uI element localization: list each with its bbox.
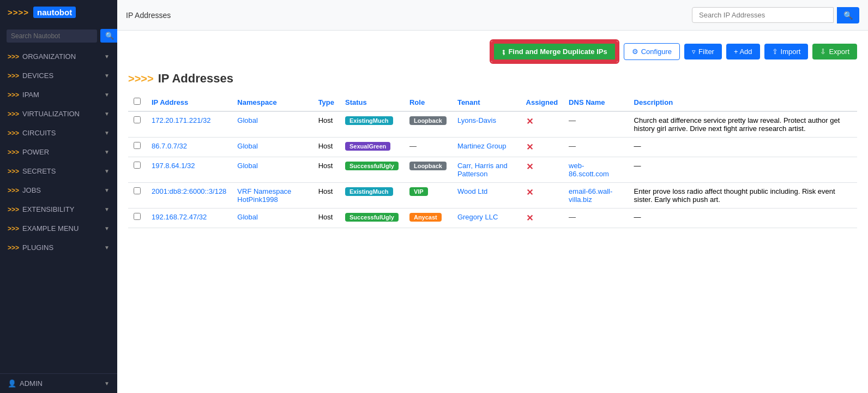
type-cell: Host bbox=[313, 111, 340, 138]
tenant-link[interactable]: Lyons-Davis bbox=[457, 116, 496, 124]
ip-search-button[interactable]: 🔍 bbox=[837, 7, 859, 23]
sidebar-item-secrets[interactable]: >>>SECRETS▼ bbox=[0, 162, 117, 181]
namespace-link[interactable]: Global bbox=[237, 142, 258, 150]
sidebar-item-label: PLUGINS bbox=[22, 243, 53, 252]
content-area: ⨟ Find and Merge Duplicate IPs ⚙ Configu… bbox=[117, 31, 868, 393]
filter-button[interactable]: ▿ Filter bbox=[684, 44, 722, 59]
sidebar-item-jobs[interactable]: >>>JOBS▼ bbox=[0, 181, 117, 200]
status-cell: SexualGreen bbox=[340, 138, 404, 157]
sidebar-item-label: CIRCUITS bbox=[22, 129, 56, 137]
tenant-link[interactable]: Carr, Harris and Patterson bbox=[457, 162, 508, 178]
namespace-link[interactable]: Global bbox=[237, 162, 258, 170]
col-type[interactable]: Type bbox=[313, 93, 340, 111]
row-checkbox[interactable] bbox=[134, 142, 141, 149]
row-checkbox-cell[interactable] bbox=[128, 157, 146, 183]
col-dns-name[interactable]: DNS Name bbox=[563, 93, 628, 111]
add-button[interactable]: + Add bbox=[726, 44, 760, 59]
sidebar-item-power[interactable]: >>>POWER▼ bbox=[0, 142, 117, 162]
row-checkbox[interactable] bbox=[134, 213, 141, 220]
row-checkbox[interactable] bbox=[134, 187, 141, 194]
ip-address-link[interactable]: 197.8.64.1/32 bbox=[152, 162, 195, 170]
select-all-header[interactable] bbox=[128, 93, 146, 111]
nav-caret-icon: ▼ bbox=[104, 245, 110, 251]
tenant-link[interactable]: Gregory LLC bbox=[457, 213, 498, 221]
row-checkbox-cell[interactable] bbox=[128, 111, 146, 138]
namespace-link[interactable]: Global bbox=[237, 213, 258, 221]
table-row: 197.8.64.1/32 Global Host SuccessfulUgly… bbox=[128, 157, 857, 183]
nautobot-search-input[interactable] bbox=[7, 29, 97, 43]
sidebar-item-example-menu[interactable]: >>>EXAMPLE MENU▼ bbox=[0, 219, 117, 238]
role-cell: Anycast bbox=[404, 209, 452, 228]
page-title: >>>> IP Addresses bbox=[128, 72, 857, 86]
col-role[interactable]: Role bbox=[404, 93, 452, 111]
row-checkbox[interactable] bbox=[134, 162, 141, 169]
nav-caret-icon: ▼ bbox=[104, 168, 110, 174]
description-cell: Church eat difference service pretty law… bbox=[629, 111, 857, 138]
col-tenant[interactable]: Tenant bbox=[452, 93, 521, 111]
top-header: IP Addresses 🔍 bbox=[117, 0, 868, 31]
status-cell: SuccessfulUgly bbox=[340, 209, 404, 228]
sidebar: >>>> nautobot 🔍 >>>ORGANIZATION▼>>>DEVIC… bbox=[0, 0, 117, 393]
sidebar-item-organization[interactable]: >>>ORGANIZATION▼ bbox=[0, 47, 117, 66]
ip-address-link[interactable]: 172.20.171.221/32 bbox=[152, 116, 210, 124]
ip-address-link[interactable]: 86.7.0.7/32 bbox=[152, 142, 187, 150]
nav-arrows-icon: >>> bbox=[8, 244, 19, 252]
tenant-link[interactable]: Martinez Group bbox=[457, 142, 507, 150]
nav-caret-icon: ▼ bbox=[104, 130, 110, 136]
ip-addresses-table: IP Address Namespace Type Status Role Te… bbox=[128, 93, 857, 228]
assigned-cell: ✕ bbox=[521, 183, 564, 209]
admin-caret-icon: ▼ bbox=[104, 380, 110, 386]
sidebar-item-devices[interactable]: >>>DEVICES▼ bbox=[0, 66, 117, 85]
sidebar-item-circuits[interactable]: >>>CIRCUITS▼ bbox=[0, 123, 117, 142]
row-checkbox-cell[interactable] bbox=[128, 138, 146, 157]
nav-arrows-icon: >>> bbox=[8, 91, 19, 99]
ip-search-input[interactable] bbox=[692, 7, 834, 23]
sidebar-item-admin-label: ADMIN bbox=[20, 379, 43, 388]
nautobot-search-button[interactable]: 🔍 bbox=[100, 29, 117, 43]
sidebar-item-ipam[interactable]: >>>IPAM▼ bbox=[0, 85, 117, 104]
sidebar-item-label: ORGANIZATION bbox=[22, 52, 76, 61]
col-namespace[interactable]: Namespace bbox=[232, 93, 312, 111]
role-badge: Loopback bbox=[409, 162, 447, 170]
top-search-area: 🔍 bbox=[692, 7, 859, 23]
nav-arrows-icon: >>> bbox=[8, 225, 19, 233]
row-checkbox-cell[interactable] bbox=[128, 209, 146, 228]
dns-name-link[interactable]: web-86.scott.com bbox=[569, 162, 609, 178]
status-badge: ExistingMuch bbox=[345, 116, 393, 125]
nav-caret-icon: ▼ bbox=[104, 92, 110, 98]
configure-button[interactable]: ⚙ Configure bbox=[624, 43, 680, 60]
ip-address-link[interactable]: 2001:db8:2:6000::3/128 bbox=[152, 187, 226, 195]
import-button[interactable]: ⇧ Import bbox=[764, 44, 809, 59]
row-checkbox-cell[interactable] bbox=[128, 183, 146, 209]
nautobot-search-container: 🔍 bbox=[0, 25, 117, 47]
description-cell: — bbox=[629, 209, 857, 228]
select-all-checkbox[interactable] bbox=[134, 98, 141, 105]
col-assigned[interactable]: Assigned bbox=[521, 93, 564, 111]
dns-name-cell: — bbox=[563, 138, 628, 157]
namespace-link[interactable]: VRF Namespace HotPink1998 bbox=[237, 187, 291, 204]
col-ip-address[interactable]: IP Address bbox=[146, 93, 232, 111]
import-icon: ⇧ bbox=[772, 47, 778, 56]
assigned-cell: ✕ bbox=[521, 138, 564, 157]
ip-address-link[interactable]: 192.168.72.47/32 bbox=[152, 213, 207, 221]
row-checkbox[interactable] bbox=[134, 116, 141, 123]
export-button[interactable]: ⇩ Export bbox=[812, 44, 857, 59]
tenant-link[interactable]: Wood Ltd bbox=[457, 187, 487, 195]
col-description[interactable]: Description bbox=[629, 93, 857, 111]
description-cell: — bbox=[629, 138, 857, 157]
find-merge-button[interactable]: ⨟ Find and Merge Duplicate IPs bbox=[492, 42, 616, 61]
status-badge: ExistingMuch bbox=[345, 187, 393, 196]
sidebar-item-admin[interactable]: 👤 ADMIN ▼ bbox=[0, 373, 117, 393]
sidebar-item-plugins[interactable]: >>>PLUGINS▼ bbox=[0, 238, 117, 257]
namespace-link[interactable]: Global bbox=[237, 116, 258, 124]
assigned-cell: ✕ bbox=[521, 111, 564, 138]
table-row: 86.7.0.7/32 Global Host SexualGreen — Ma… bbox=[128, 138, 857, 157]
sidebar-item-extensibility[interactable]: >>>EXTENSIBILITY▼ bbox=[0, 200, 117, 219]
find-merge-highlight-border: ⨟ Find and Merge Duplicate IPs bbox=[490, 39, 619, 64]
table-body: 172.20.171.221/32 Global Host ExistingMu… bbox=[128, 111, 857, 228]
col-status[interactable]: Status bbox=[340, 93, 404, 111]
sidebar-item-virtualization[interactable]: >>>VIRTUALIZATION▼ bbox=[0, 104, 117, 123]
ip-address-cell: 2001:db8:2:6000::3/128 bbox=[146, 183, 232, 209]
dns-name-link[interactable]: email-66.wall-villa.biz bbox=[569, 187, 612, 204]
role-cell: VIP bbox=[404, 183, 452, 209]
